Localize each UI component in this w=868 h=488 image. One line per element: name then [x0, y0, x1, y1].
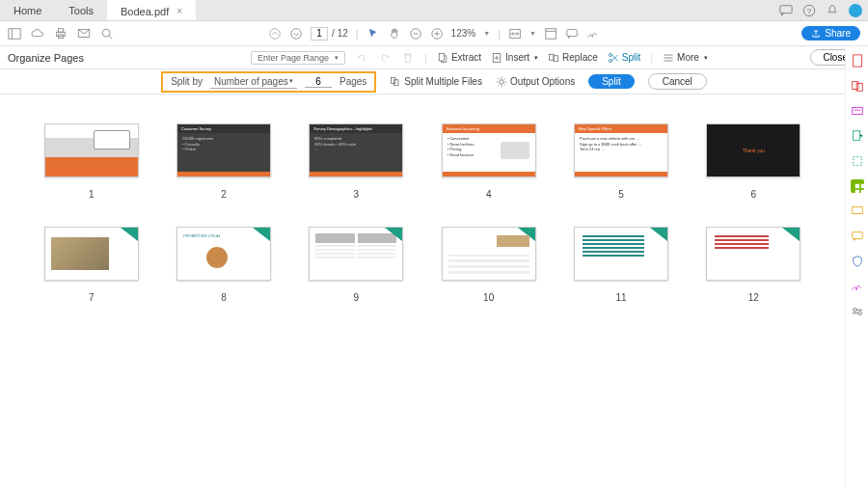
page-up-icon[interactable]	[268, 27, 282, 41]
page-thumb-1[interactable]: 1	[39, 123, 144, 200]
page-thumb-4[interactable]: Reasons for joining• Convenient• Great f…	[436, 123, 541, 200]
thumb-num: 12	[748, 292, 759, 303]
svg-rect-36	[853, 55, 861, 67]
more-tools-icon[interactable]	[851, 305, 864, 318]
page-thumb-9[interactable]: 9	[304, 227, 409, 303]
close-tab-icon[interactable]: ×	[176, 6, 182, 16]
split-method-select[interactable]: Number of pages▾	[210, 75, 297, 89]
scan-icon[interactable]	[851, 154, 864, 168]
svg-line-10	[109, 36, 112, 39]
svg-rect-42	[853, 157, 861, 166]
help-icon[interactable]: ?	[802, 4, 816, 17]
cloud-icon[interactable]	[31, 27, 44, 41]
select-tool-icon[interactable]	[366, 27, 380, 41]
organize-bar: Organize Pages Enter Page Range▾ | Extra…	[0, 46, 868, 69]
svg-rect-45	[854, 190, 858, 194]
chat-icon[interactable]	[779, 4, 793, 17]
split-button[interactable]: Split	[608, 52, 640, 64]
split-config: Split by Number of pages▾ Pages	[161, 71, 376, 93]
tab-file-label: Bodea.pdf	[121, 6, 169, 17]
right-tool-rail	[845, 46, 868, 488]
page-thumb-3[interactable]: Survey Demographics – highlights80% comp…	[304, 123, 409, 200]
svg-rect-6	[58, 28, 63, 32]
page-current-input[interactable]	[311, 27, 328, 41]
rotate-right-icon[interactable]	[378, 51, 392, 65]
tab-home[interactable]: Home	[0, 0, 55, 20]
page-total: / 12	[332, 28, 348, 39]
read-mode-icon[interactable]	[544, 27, 557, 41]
tab-home-label: Home	[14, 5, 41, 16]
zoom-level[interactable]: 123%	[451, 28, 476, 39]
print-icon[interactable]	[54, 27, 68, 41]
svg-rect-3	[9, 28, 20, 39]
avatar[interactable]	[849, 4, 862, 17]
split-confirm-button[interactable]: Split	[588, 74, 634, 89]
tab-bar: Home Tools Bodea.pdf × ?	[0, 0, 868, 21]
main-toolbar: / 12 | 123% ▼ | ▼ Share	[0, 21, 868, 46]
comment-tool-icon[interactable]	[851, 230, 864, 243]
protect-icon[interactable]	[851, 255, 864, 268]
hand-tool-icon[interactable]	[388, 27, 401, 41]
page-down-icon[interactable]	[289, 27, 303, 41]
svg-point-29	[609, 59, 611, 62]
svg-point-11	[270, 28, 281, 39]
fill-sign-icon[interactable]	[851, 280, 864, 293]
svg-rect-21	[567, 29, 578, 36]
page-thumb-6[interactable]: Thank you 6	[701, 123, 806, 200]
split-cancel-button[interactable]: Cancel	[648, 73, 707, 90]
svg-rect-43	[854, 184, 858, 188]
extract-button[interactable]: Extract	[437, 52, 481, 64]
page-thumb-7[interactable]: 7	[39, 227, 144, 303]
svg-point-28	[609, 53, 611, 56]
sidebar-toggle-icon[interactable]	[8, 27, 21, 41]
page-indicator: / 12	[311, 27, 348, 41]
page-thumb-5[interactable]: New Special OffersPurchase a new vehicle…	[568, 123, 673, 200]
thumb-num: 6	[751, 189, 757, 200]
share-button[interactable]: Share	[801, 26, 860, 41]
split-by-label: Split by	[171, 76, 203, 87]
rotate-left-icon[interactable]	[355, 51, 368, 65]
svg-rect-26	[550, 54, 555, 60]
sign-icon[interactable]	[586, 27, 600, 41]
split-multiple-button[interactable]: Split Multiple Files	[390, 76, 482, 88]
delete-icon[interactable]	[401, 51, 415, 65]
insert-button[interactable]: Insert▾	[491, 52, 538, 64]
tab-tools[interactable]: Tools	[55, 0, 107, 20]
page-thumb-11[interactable]: 11	[568, 227, 673, 303]
create-pdf-icon[interactable]	[851, 54, 864, 68]
svg-rect-47	[852, 207, 862, 214]
edit-pdf-icon[interactable]	[851, 104, 864, 118]
svg-point-12	[291, 28, 302, 39]
more-button[interactable]: More▾	[663, 52, 708, 64]
send-comments-icon[interactable]	[851, 204, 864, 218]
svg-rect-19	[546, 28, 556, 39]
search-icon[interactable]	[100, 27, 114, 41]
svg-rect-34	[394, 79, 399, 85]
bell-icon[interactable]	[826, 4, 839, 17]
thumb-num: 10	[483, 292, 494, 303]
mail-icon[interactable]	[77, 27, 91, 41]
fit-width-icon[interactable]	[508, 27, 522, 41]
svg-text:?: ?	[807, 7, 812, 15]
export-pdf-icon[interactable]	[851, 129, 864, 143]
thumb-num: 3	[354, 189, 360, 200]
combine-icon[interactable]	[851, 79, 864, 93]
split-count-input[interactable]	[305, 76, 332, 88]
tab-file[interactable]: Bodea.pdf ×	[107, 0, 196, 20]
thumb-num: 8	[221, 292, 227, 303]
replace-button[interactable]: Replace	[548, 52, 598, 64]
comment-icon[interactable]	[565, 27, 579, 41]
share-label: Share	[825, 28, 851, 39]
page-thumb-8[interactable]: PROMOTING LOCAL 8	[171, 227, 276, 303]
thumb-num: 11	[615, 292, 626, 303]
svg-rect-0	[780, 6, 792, 14]
output-options-button[interactable]: Output Options	[496, 76, 575, 88]
svg-point-50	[857, 312, 861, 315]
page-thumb-2[interactable]: Customer Survey23,000 registrants• Consu…	[171, 123, 276, 200]
organize-pages-icon[interactable]	[851, 179, 864, 193]
zoom-in-icon[interactable]	[430, 27, 444, 41]
page-range-dropdown[interactable]: Enter Page Range▾	[251, 51, 345, 65]
page-thumb-12[interactable]: 12	[701, 227, 806, 303]
zoom-out-icon[interactable]	[409, 27, 422, 41]
page-thumb-10[interactable]: 10	[436, 227, 541, 303]
